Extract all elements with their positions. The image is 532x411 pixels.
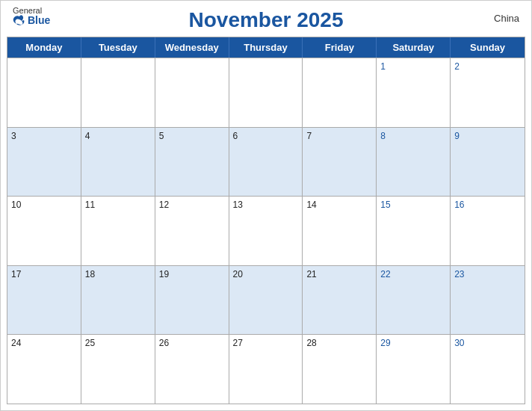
country-label: China xyxy=(494,13,519,24)
day-header-monday: Monday xyxy=(7,37,81,58)
day-cell-3: 3 xyxy=(7,128,81,197)
day-cell-14: 14 xyxy=(303,197,377,265)
day-cell-4: 4 xyxy=(81,128,155,197)
day-cell-21: 21 xyxy=(303,266,377,335)
day-cell-26: 26 xyxy=(155,335,229,404)
day-cell-29: 29 xyxy=(377,335,451,404)
day-header-sunday: Sunday xyxy=(451,37,525,58)
day-cell-1: 1 xyxy=(377,58,451,127)
day-cell-25: 25 xyxy=(81,335,155,404)
day-cell-8: 8 xyxy=(377,128,451,197)
day-cell-empty xyxy=(7,58,81,127)
day-cell-empty xyxy=(81,58,155,127)
day-cell-19: 19 xyxy=(155,266,229,335)
calendar-header: General Blue November 2025 China xyxy=(1,1,531,37)
week-row-5: 24 25 26 27 28 29 30 xyxy=(7,334,525,404)
day-cell-17: 17 xyxy=(7,266,81,335)
day-header-tuesday: Tuesday xyxy=(81,37,155,58)
day-cell-22: 22 xyxy=(377,266,451,335)
week-row-3: 10 11 12 13 14 15 16 xyxy=(7,196,525,265)
day-cell-18: 18 xyxy=(81,266,155,335)
day-cell-16: 16 xyxy=(451,197,525,265)
day-cell-28: 28 xyxy=(303,335,377,404)
day-cell-27: 27 xyxy=(229,335,303,404)
day-cell-13: 13 xyxy=(229,197,303,265)
day-cell-20: 20 xyxy=(229,266,303,335)
day-cell-23: 23 xyxy=(451,266,525,335)
week-row-2: 3 4 5 6 7 8 9 xyxy=(7,127,525,197)
day-header-saturday: Saturday xyxy=(377,37,451,58)
day-cell-12: 12 xyxy=(155,197,229,265)
day-headers-row: Monday Tuesday Wednesday Thursday Friday… xyxy=(7,37,525,58)
day-cell-5: 5 xyxy=(155,128,229,197)
day-cell-empty xyxy=(229,58,303,127)
logo-blue-text: Blue xyxy=(13,15,50,25)
day-cell-6: 6 xyxy=(229,128,303,197)
logo: General Blue xyxy=(13,7,50,25)
week-row-4: 17 18 19 20 21 22 23 xyxy=(7,265,525,335)
logo-bird-icon xyxy=(13,15,26,25)
day-cell-15: 15 xyxy=(377,197,451,265)
day-cell-empty xyxy=(303,58,377,127)
calendar-grid: Monday Tuesday Wednesday Thursday Friday… xyxy=(7,37,525,404)
day-cell-7: 7 xyxy=(303,128,377,197)
day-header-friday: Friday xyxy=(303,37,377,58)
day-cell-9: 9 xyxy=(451,128,525,197)
day-cell-empty xyxy=(155,58,229,127)
day-header-thursday: Thursday xyxy=(229,37,303,58)
day-cell-11: 11 xyxy=(81,197,155,265)
day-header-wednesday: Wednesday xyxy=(155,37,229,58)
day-cell-30: 30 xyxy=(451,335,525,404)
day-cell-24: 24 xyxy=(7,335,81,404)
calendar: General Blue November 2025 China Monday … xyxy=(0,0,532,411)
day-cell-10: 10 xyxy=(7,197,81,265)
month-title: November 2025 xyxy=(188,8,343,32)
day-cell-2: 2 xyxy=(451,58,525,127)
weeks-container: 1 2 3 4 5 6 7 8 9 10 11 12 13 14 15 16 xyxy=(7,58,525,404)
week-row-1: 1 2 xyxy=(7,58,525,127)
